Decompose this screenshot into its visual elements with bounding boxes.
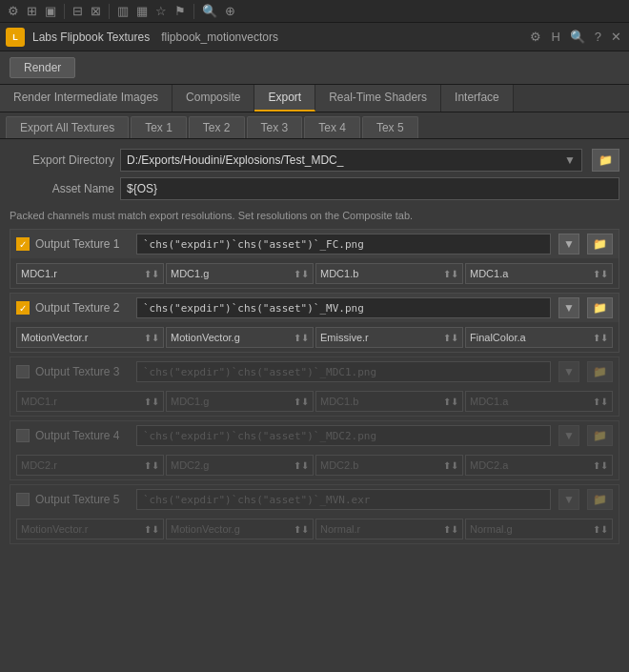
- texture-5-folder-btn[interactable]: 📁: [587, 489, 613, 510]
- texture-5-channel-row: MotionVector.r ⬆⬇ MotionVector.g ⬆⬇ Norm…: [10, 515, 619, 543]
- texture-3-channel-r[interactable]: MDC1.r ⬆⬇: [16, 391, 164, 412]
- texture-1-path-text: `chs("expdir")`chs("asset")`_FC.png: [143, 238, 364, 251]
- tab-export[interactable]: Export: [254, 85, 315, 112]
- texture-1-folder-btn[interactable]: 📁: [587, 234, 613, 255]
- texture-header-4: Output Texture 4 `chs("expdir")`chs("ass…: [10, 421, 619, 451]
- channel-g-arrow-5: ⬆⬇: [294, 524, 309, 535]
- texture-1-channel-g[interactable]: MDC1.g ⬆⬇: [166, 263, 314, 284]
- texture-3-channel-g[interactable]: MDC1.g ⬆⬇: [166, 391, 314, 412]
- texture-3-label: Output Texture 3: [35, 365, 131, 378]
- texture-5-channel-b[interactable]: Normal.r ⬆⬇: [315, 519, 463, 540]
- layout2-icon[interactable]: ⊠: [91, 4, 101, 18]
- zoom-icon[interactable]: 🔍: [568, 28, 587, 46]
- texture-section-1: ✓ Output Texture 1 `chs("expdir")`chs("a…: [10, 229, 619, 289]
- texture-1-path[interactable]: `chs("expdir")`chs("asset")`_FC.png: [136, 234, 551, 255]
- texture-4-folder-btn[interactable]: 📁: [587, 425, 613, 446]
- texture-3-channel-b-label: MDC1.b: [320, 396, 358, 407]
- settings-icon[interactable]: ⚙: [8, 4, 19, 18]
- texture-3-channel-a-label: MDC1.a: [470, 396, 508, 407]
- texture-2-folder-btn[interactable]: 📁: [587, 297, 613, 318]
- gear-icon[interactable]: ⚙: [528, 28, 543, 46]
- channel-a-arrow-5: ⬆⬇: [593, 524, 608, 535]
- help-icon[interactable]: ?: [593, 28, 603, 46]
- tab-real-time-shaders[interactable]: Real-Time Shaders: [315, 85, 441, 112]
- channel-r-arrow-2: ⬆⬇: [144, 333, 159, 343]
- texture-4-channel-g[interactable]: MDC2.g ⬆⬇: [166, 455, 314, 476]
- texture-4-path[interactable]: `chs("expdir")`chs("asset")`_MDC2.png: [136, 425, 551, 446]
- flag-icon[interactable]: ⚑: [174, 4, 186, 18]
- asset-name-input[interactable]: ${OS}: [120, 177, 619, 200]
- info-text: Packed channels must match export resolu…: [10, 206, 619, 229]
- texture-5-channel-a-label: Normal.g: [470, 523, 513, 535]
- texture-section-3: Output Texture 3 `chs("expdir")`chs("ass…: [10, 356, 619, 417]
- texture-4-channel-b[interactable]: MDC2.b ⬆⬇: [315, 455, 463, 476]
- texture-1-checkbox[interactable]: ✓: [16, 237, 30, 251]
- texture-2-checkbox[interactable]: ✓: [16, 301, 30, 315]
- texture-4-checkbox[interactable]: [16, 429, 30, 442]
- texture-5-channel-a[interactable]: Normal.g ⬆⬇: [465, 519, 613, 540]
- texture-4-channel-r[interactable]: MDC2.r ⬆⬇: [16, 455, 164, 476]
- texture-5-label: Output Texture 5: [35, 493, 131, 506]
- layout1-icon[interactable]: ⊟: [72, 4, 83, 18]
- texture-5-channel-g[interactable]: MotionVector.g ⬆⬇: [166, 519, 314, 540]
- sub-tab-tex1[interactable]: Tex 1: [131, 116, 187, 138]
- texture-5-path[interactable]: `chs("expdir")`chs("asset")`_MVN.exr: [136, 489, 551, 510]
- sub-tab-tex3[interactable]: Tex 3: [247, 116, 303, 138]
- texture-section-4: Output Texture 4 `chs("expdir")`chs("ass…: [10, 420, 619, 480]
- close-icon[interactable]: ✕: [609, 28, 623, 46]
- texture-3-channel-b[interactable]: MDC1.b ⬆⬇: [315, 391, 463, 412]
- export-dir-input[interactable]: D:/Exports/Houdini/Explosions/Test_MDC_ …: [120, 149, 582, 172]
- texture-5-channel-r[interactable]: MotionVector.r ⬆⬇: [16, 519, 164, 540]
- export-dir-folder-btn[interactable]: 📁: [592, 149, 619, 172]
- app-title: Labs Flipbook Textures: [32, 31, 150, 44]
- texture-2-channel-g[interactable]: MotionVector.g ⬆⬇: [166, 327, 314, 348]
- export-dir-dropdown-icon: ▼: [564, 153, 576, 167]
- app-logo: L: [6, 28, 25, 47]
- texture-1-channel-r[interactable]: MDC1.r ⬆⬇: [16, 263, 164, 284]
- texture-1-channel-b[interactable]: MDC1.b ⬆⬇: [315, 263, 463, 284]
- texture-4-channel-a[interactable]: MDC2.a ⬆⬇: [465, 455, 613, 476]
- channel-r-arrow-1: ⬆⬇: [144, 269, 159, 279]
- texture-3-path[interactable]: `chs("expdir")`chs("asset")`_MDC1.png: [136, 361, 551, 382]
- toolbar-separator2: [109, 4, 110, 19]
- texture-5-checkbox[interactable]: [16, 493, 30, 506]
- star-icon[interactable]: ☆: [155, 4, 167, 18]
- sub-tab-export-all[interactable]: Export All Textures: [6, 116, 129, 138]
- texture-2-channel-g-label: MotionVector.g: [171, 332, 240, 343]
- main-tab-bar: Render Intermediate Images Composite Exp…: [0, 85, 629, 112]
- texture-4-dropdown-btn[interactable]: ▼: [558, 425, 579, 446]
- texture-3-channel-r-label: MDC1.r: [21, 396, 57, 407]
- texture-3-folder-btn[interactable]: 📁: [587, 361, 613, 382]
- monitor1-icon[interactable]: ▥: [117, 4, 129, 18]
- tab-composite[interactable]: Composite: [172, 85, 254, 112]
- search-icon[interactable]: 🔍: [202, 4, 217, 18]
- texture-5-path-text: `chs("expdir")`chs("asset")`_MVN.exr: [143, 494, 370, 506]
- monitor2-icon[interactable]: ▦: [136, 4, 148, 18]
- asset-name-row: Asset Name ${OS}: [10, 177, 619, 200]
- texture-2-channel-b[interactable]: Emissive.r ⬆⬇: [315, 327, 463, 348]
- grid1-icon[interactable]: ⊞: [27, 4, 37, 18]
- tab-render-intermediate[interactable]: Render Intermediate Images: [0, 85, 172, 112]
- grid2-icon[interactable]: ▣: [45, 4, 56, 18]
- render-button[interactable]: Render: [10, 57, 75, 78]
- texture-1-dropdown-btn[interactable]: ▼: [558, 234, 579, 255]
- tab-interface[interactable]: Interface: [441, 85, 514, 112]
- texture-2-dropdown-btn[interactable]: ▼: [558, 297, 579, 318]
- texture-1-channel-a[interactable]: MDC1.a ⬆⬇: [465, 263, 613, 284]
- texture-2-channel-b-label: Emissive.r: [320, 332, 369, 343]
- texture-3-checkbox[interactable]: [16, 365, 30, 378]
- sub-tab-tex4[interactable]: Tex 4: [304, 116, 360, 138]
- h-icon[interactable]: H: [549, 28, 561, 46]
- texture-2-channel-a[interactable]: FinalColor.a ⬆⬇: [465, 327, 613, 348]
- texture-5-dropdown-btn[interactable]: ▼: [558, 489, 579, 510]
- sub-tab-tex2[interactable]: Tex 2: [189, 116, 245, 138]
- texture-2-channel-r[interactable]: MotionVector.r ⬆⬇: [16, 327, 164, 348]
- sub-tab-tex5[interactable]: Tex 5: [362, 116, 418, 138]
- texture-2-path[interactable]: `chs("expdir")`chs("asset")`_MV.png: [136, 297, 551, 318]
- add-icon[interactable]: ⊕: [225, 4, 235, 18]
- texture-3-dropdown-btn[interactable]: ▼: [558, 361, 579, 382]
- channel-b-arrow-4: ⬆⬇: [443, 460, 458, 471]
- texture-3-channel-a[interactable]: MDC1.a ⬆⬇: [465, 391, 613, 412]
- texture-2-path-text: `chs("expdir")`chs("asset")`_MV.png: [143, 302, 364, 315]
- channel-a-arrow-4: ⬆⬇: [593, 460, 608, 471]
